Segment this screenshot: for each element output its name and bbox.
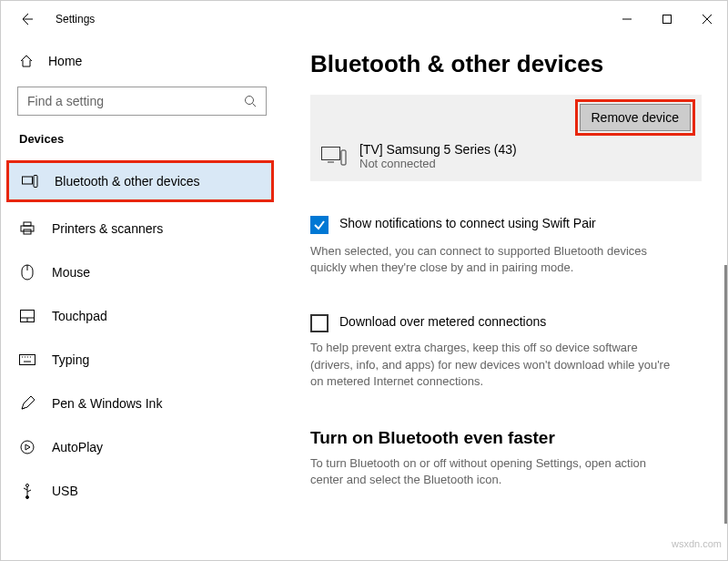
- svg-rect-28: [341, 150, 346, 165]
- device-status: Not connected: [359, 157, 517, 170]
- selected-device-panel: Remove device [TV] Samsung 5 Series (43)…: [310, 95, 702, 181]
- svg-rect-6: [23, 177, 33, 184]
- svg-rect-1: [663, 15, 672, 24]
- search-icon: [244, 95, 257, 107]
- svg-point-23: [26, 484, 29, 487]
- close-button[interactable]: [687, 5, 727, 33]
- sidebar-item-label: Mouse: [52, 265, 90, 280]
- svg-rect-26: [322, 147, 340, 159]
- svg-line-5: [253, 104, 257, 107]
- svg-rect-7: [34, 176, 37, 188]
- sidebar: Home Devices Bluetooth & other devices P…: [1, 37, 283, 560]
- svg-point-4: [246, 97, 254, 105]
- usb-icon: [19, 483, 35, 499]
- remove-device-button[interactable]: Remove device: [580, 104, 692, 131]
- sidebar-item-label: Printers & scanners: [52, 221, 163, 236]
- sidebar-item-bluetooth[interactable]: Bluetooth & other devices: [6, 160, 274, 202]
- sidebar-item-mouse[interactable]: Mouse: [1, 251, 283, 293]
- pen-icon: [19, 396, 35, 411]
- maximize-button[interactable]: [647, 5, 687, 33]
- sidebar-item-label: Pen & Windows Ink: [52, 396, 162, 411]
- content: Bluetooth & other devices Remove device …: [283, 37, 727, 560]
- window-title: Settings: [56, 13, 95, 26]
- watermark: wsxdn.com: [672, 538, 722, 549]
- search-box[interactable]: [17, 87, 267, 116]
- svg-rect-8: [24, 222, 31, 226]
- home-link[interactable]: Home: [1, 43, 283, 79]
- sidebar-item-label: USB: [52, 484, 78, 498]
- sidebar-item-usb[interactable]: USB: [1, 470, 283, 512]
- sidebar-item-label: Typing: [52, 352, 89, 367]
- keyboard-icon: [19, 354, 35, 365]
- sidebar-item-autoplay[interactable]: AutoPlay: [1, 426, 283, 468]
- metered-label: Download over metered connections: [339, 314, 546, 329]
- device-entry[interactable]: [TV] Samsung 5 Series (43) Not connected: [321, 142, 691, 170]
- sidebar-item-typing[interactable]: Typing: [1, 339, 283, 381]
- sidebar-item-label: Bluetooth & other devices: [55, 174, 200, 189]
- home-label: Home: [48, 54, 82, 68]
- minimize-button[interactable]: [607, 5, 647, 33]
- home-icon: [19, 54, 34, 68]
- swift-pair-description: When selected, you can connect to suppor…: [310, 243, 674, 276]
- titlebar: Settings: [1, 1, 727, 37]
- tv-icon: [321, 147, 347, 167]
- svg-rect-16: [20, 355, 35, 365]
- devices-icon: [22, 175, 38, 188]
- metered-checkbox[interactable]: [310, 314, 329, 332]
- touchpad-icon: [19, 310, 35, 322]
- sidebar-item-touchpad[interactable]: Touchpad: [1, 295, 283, 337]
- faster-description: To turn Bluetooth on or off without open…: [310, 455, 674, 488]
- section-header: Devices: [1, 128, 283, 155]
- metered-description: To help prevent extra charges, keep this…: [310, 340, 674, 390]
- printer-icon: [19, 221, 35, 236]
- sidebar-item-label: Touchpad: [52, 309, 107, 323]
- swift-pair-label: Show notifications to connect using Swif…: [339, 216, 596, 230]
- sidebar-item-printers[interactable]: Printers & scanners: [1, 208, 283, 250]
- sidebar-item-label: AutoPlay: [52, 440, 103, 454]
- back-icon[interactable]: [17, 12, 35, 26]
- svg-point-25: [26, 496, 29, 499]
- page-heading: Bluetooth & other devices: [310, 50, 702, 78]
- scrollbar[interactable]: [724, 265, 727, 524]
- sidebar-item-pen[interactable]: Pen & Windows Ink: [1, 382, 283, 424]
- svg-point-22: [21, 441, 34, 454]
- faster-heading: Turn on Bluetooth even faster: [310, 428, 702, 448]
- swift-pair-checkbox[interactable]: [310, 216, 329, 234]
- device-name: [TV] Samsung 5 Series (43): [359, 142, 517, 157]
- autoplay-icon: [19, 440, 35, 454]
- svg-rect-9: [21, 226, 34, 231]
- mouse-icon: [19, 264, 35, 280]
- search-input[interactable]: [27, 94, 244, 108]
